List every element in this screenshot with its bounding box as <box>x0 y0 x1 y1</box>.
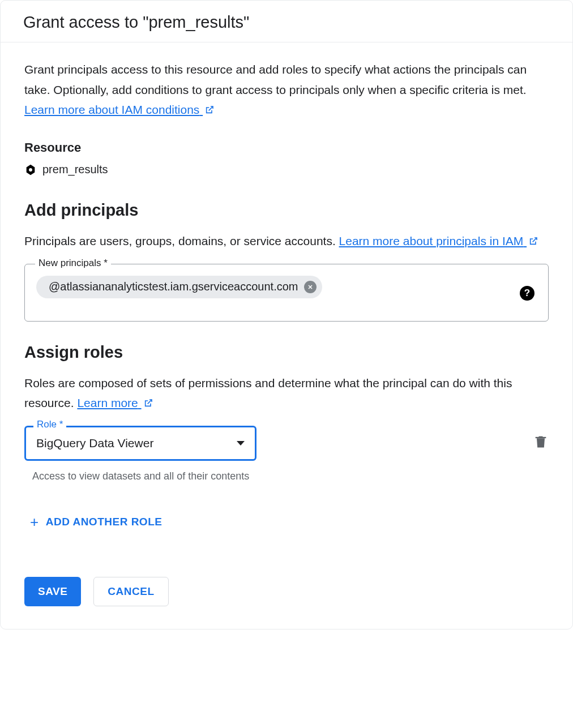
remove-principal-icon[interactable] <box>304 281 317 293</box>
assign-roles-heading: Assign roles <box>24 343 549 362</box>
intro-text: Grant principals access to this resource… <box>24 63 527 96</box>
principal-chip-text: @atlassiananalyticstest.iam.gserviceacco… <box>49 280 298 293</box>
external-link-icon <box>529 237 538 246</box>
principals-description: Principals are users, groups, domains, o… <box>24 231 549 251</box>
new-principals-field[interactable]: New principals * @atlassiananalyticstest… <box>24 264 549 322</box>
cancel-button-label: CANCEL <box>108 585 154 598</box>
grant-access-panel: Grant access to "prem_results" Grant pri… <box>0 0 573 629</box>
add-principals-heading: Add principals <box>24 201 549 220</box>
principals-link-text: Learn more about principals in IAM <box>339 234 524 247</box>
cancel-button[interactable]: CANCEL <box>93 577 168 606</box>
save-button-label: SAVE <box>38 585 67 598</box>
hexagon-icon <box>24 164 37 176</box>
intro-paragraph: Grant principals access to this resource… <box>24 59 549 120</box>
principal-chip[interactable]: @atlassiananalyticstest.iam.gserviceacco… <box>36 276 322 298</box>
principals-learn-more-link[interactable]: Learn more about principals in IAM <box>339 234 538 247</box>
page-title: Grant access to "prem_results" <box>23 13 550 32</box>
iam-conditions-link[interactable]: Learn more about IAM conditions <box>24 103 214 116</box>
panel-header: Grant access to "prem_results" <box>1 1 572 42</box>
delete-role-icon[interactable] <box>533 434 549 449</box>
roles-description: Roles are composed of sets of permission… <box>24 373 549 413</box>
plus-icon: + <box>30 515 39 529</box>
role-selected-value: BigQuery Data Viewer <box>36 436 153 450</box>
iam-conditions-link-text: Learn more about IAM conditions <box>24 103 199 116</box>
resource-row: prem_results <box>24 163 549 176</box>
resource-heading: Resource <box>24 140 549 155</box>
svg-rect-1 <box>536 437 546 438</box>
new-principals-label: New principals * <box>35 258 111 269</box>
roles-learn-more-link[interactable]: Learn more <box>77 396 152 409</box>
role-helper-text: Access to view datasets and all of their… <box>32 469 254 484</box>
principals-desc-text: Principals are users, groups, domains, o… <box>24 234 339 247</box>
save-button[interactable]: SAVE <box>24 577 81 606</box>
external-link-icon <box>205 105 214 114</box>
role-field-label: Role * <box>33 419 66 430</box>
resource-name: prem_results <box>42 163 108 176</box>
add-another-role-label: ADD ANOTHER ROLE <box>46 516 163 528</box>
help-icon[interactable]: ? <box>520 286 534 301</box>
chevron-down-icon <box>237 441 245 446</box>
add-another-role-button[interactable]: + ADD ANOTHER ROLE <box>24 511 168 533</box>
roles-link-text: Learn more <box>77 396 138 409</box>
svg-point-0 <box>29 168 32 172</box>
role-select[interactable]: BigQuery Data Viewer <box>24 426 256 461</box>
external-link-icon <box>144 399 153 408</box>
